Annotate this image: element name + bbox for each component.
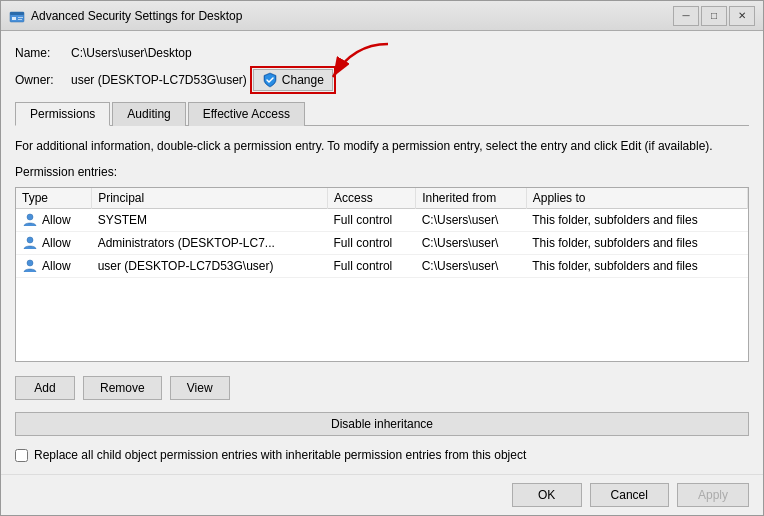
cancel-button[interactable]: Cancel [590, 483, 669, 507]
col-inherited-from: Inherited from [416, 188, 527, 209]
maximize-button[interactable]: □ [701, 6, 727, 26]
table-row[interactable]: Allow Administrators (DESKTOP-LC7...Full… [16, 231, 748, 254]
col-type: Type [16, 188, 92, 209]
cell-inherited-from: C:\Users\user\ [416, 231, 527, 254]
change-label: Change [282, 73, 324, 87]
cell-access: Full control [328, 231, 416, 254]
user-icon [22, 235, 38, 251]
svg-rect-3 [18, 17, 23, 18]
change-button[interactable]: Change [253, 69, 333, 91]
col-applies-to: Applies to [526, 188, 747, 209]
cell-applies-to: This folder, subfolders and files [526, 254, 747, 277]
user-icon [22, 258, 38, 274]
col-access: Access [328, 188, 416, 209]
table-row[interactable]: Allow user (DESKTOP-LC7D53G\user)Full co… [16, 254, 748, 277]
table-header-row: Type Principal Access Inherited from App… [16, 188, 748, 209]
window-controls: ─ □ ✕ [673, 6, 755, 26]
permissions-table: Type Principal Access Inherited from App… [16, 188, 748, 278]
name-value: C:\Users\user\Desktop [71, 46, 192, 60]
tab-auditing[interactable]: Auditing [112, 102, 185, 126]
apply-button[interactable]: Apply [677, 483, 749, 507]
cell-inherited-from: C:\Users\user\ [416, 254, 527, 277]
replace-checkbox[interactable] [15, 449, 28, 462]
main-window: Advanced Security Settings for Desktop ─… [0, 0, 764, 516]
disable-inheritance-button[interactable]: Disable inheritance [15, 412, 749, 436]
cell-principal: user (DESKTOP-LC7D53G\user) [92, 254, 328, 277]
cell-access: Full control [328, 208, 416, 231]
change-btn-wrapper: Change [253, 69, 333, 91]
window-title: Advanced Security Settings for Desktop [31, 9, 673, 23]
owner-label: Owner: [15, 73, 65, 87]
cell-access: Full control [328, 254, 416, 277]
view-button[interactable]: View [170, 376, 230, 400]
replace-checkbox-row: Replace all child object permission entr… [15, 448, 749, 462]
svg-rect-4 [18, 19, 22, 20]
dialog-footer: OK Cancel Apply [1, 474, 763, 515]
owner-value: user (DESKTOP-LC7D53G\user) [71, 73, 247, 87]
title-bar: Advanced Security Settings for Desktop ─… [1, 1, 763, 31]
close-button[interactable]: ✕ [729, 6, 755, 26]
cell-type: Allow [16, 231, 92, 254]
tab-bar: Permissions Auditing Effective Access [15, 101, 749, 126]
cell-applies-to: This folder, subfolders and files [526, 208, 747, 231]
name-label: Name: [15, 46, 65, 60]
cell-applies-to: This folder, subfolders and files [526, 231, 747, 254]
entry-action-buttons: Add Remove View [15, 376, 749, 400]
svg-rect-2 [12, 17, 16, 20]
col-principal: Principal [92, 188, 328, 209]
dialog-content: Name: C:\Users\user\Desktop Owner: user … [1, 31, 763, 474]
user-icon [22, 212, 38, 228]
cell-inherited-from: C:\Users\user\ [416, 208, 527, 231]
cell-type: Allow [16, 208, 92, 231]
ok-button[interactable]: OK [512, 483, 582, 507]
window-icon [9, 8, 25, 24]
owner-row: Owner: user (DESKTOP-LC7D53G\user) Chang… [15, 69, 749, 91]
shield-icon [262, 72, 278, 88]
svg-point-6 [27, 214, 33, 220]
replace-checkbox-label[interactable]: Replace all child object permission entr… [34, 448, 526, 462]
tab-permissions[interactable]: Permissions [15, 102, 110, 126]
cell-principal: SYSTEM [92, 208, 328, 231]
name-row: Name: C:\Users\user\Desktop [15, 43, 749, 63]
cell-type: Allow [16, 254, 92, 277]
svg-rect-1 [10, 12, 24, 15]
permissions-table-container: Type Principal Access Inherited from App… [15, 187, 749, 362]
minimize-button[interactable]: ─ [673, 6, 699, 26]
description-text: For additional information, double-click… [15, 138, 749, 155]
permission-entries-label: Permission entries: [15, 165, 749, 179]
svg-point-8 [27, 237, 33, 243]
svg-point-10 [27, 260, 33, 266]
add-button[interactable]: Add [15, 376, 75, 400]
table-row[interactable]: Allow SYSTEMFull controlC:\Users\user\Th… [16, 208, 748, 231]
cell-principal: Administrators (DESKTOP-LC7... [92, 231, 328, 254]
tab-effective-access[interactable]: Effective Access [188, 102, 305, 126]
remove-button[interactable]: Remove [83, 376, 162, 400]
